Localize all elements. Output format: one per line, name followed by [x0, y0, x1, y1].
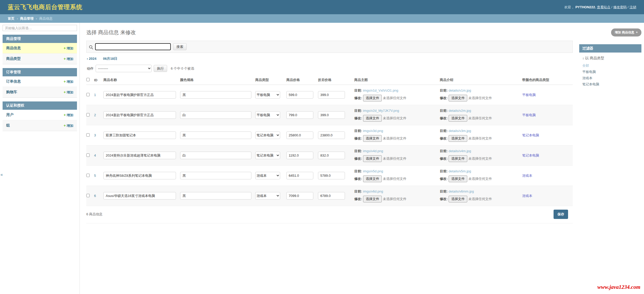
sidebar-add-link[interactable]: +增加: [63, 90, 73, 95]
colored-type-link[interactable]: 平板电脑: [522, 93, 536, 97]
price-input[interactable]: [286, 91, 313, 99]
row-id-link[interactable]: 3: [94, 133, 96, 137]
go-button[interactable]: 执行: [154, 65, 167, 72]
breadcrumb-product-mgmt[interactable]: 商品管理: [20, 17, 34, 20]
choose-file-button[interactable]: 选择文件: [363, 115, 382, 122]
action-select[interactable]: ---------: [96, 65, 152, 72]
discount-price-input[interactable]: [318, 152, 345, 159]
sidebar-collapse-icon[interactable]: «: [1, 172, 3, 177]
choose-file-button[interactable]: 选择文件: [363, 95, 382, 101]
add-product-button[interactable]: 增加 商品信息+: [611, 28, 641, 36]
filter-option[interactable]: 平板电脑: [579, 69, 641, 75]
row-checkbox[interactable]: [86, 174, 90, 177]
choose-file-button[interactable]: 选择文件: [449, 115, 467, 122]
row-id-link[interactable]: 6: [94, 194, 96, 198]
sidebar-add-link[interactable]: +增加: [63, 56, 73, 61]
product-type-select[interactable]: 游戏本: [255, 172, 280, 179]
colored-type-link[interactable]: 平板电脑: [522, 113, 536, 117]
product-type-select[interactable]: 游戏本: [255, 192, 280, 200]
sidebar-add-link[interactable]: +增加: [63, 113, 73, 117]
search-button[interactable]: 搜索: [173, 43, 187, 50]
main-image-link[interactable]: imgs/v5d.png: [363, 169, 383, 173]
product-type-select[interactable]: 笔记本电脑: [255, 131, 280, 139]
detail-image-link[interactable]: details/v4m.jpg: [449, 149, 471, 153]
product-name-input[interactable]: [103, 192, 176, 200]
filter-option[interactable]: 全部: [579, 63, 641, 69]
color-spec-input[interactable]: [180, 192, 251, 200]
choose-file-button[interactable]: 选择文件: [449, 95, 467, 101]
product-name-input[interactable]: [103, 111, 176, 119]
row-checkbox[interactable]: [86, 194, 90, 197]
search-input[interactable]: [95, 43, 171, 50]
color-spec-input[interactable]: [180, 91, 251, 99]
price-input[interactable]: [286, 131, 313, 139]
sidebar-item-label[interactable]: 组: [6, 123, 10, 128]
sidebar-item[interactable]: 购物车 +增加: [3, 87, 77, 98]
main-image-link[interactable]: imgs/v2d_My7JK7V.png: [363, 109, 399, 113]
price-input[interactable]: [286, 192, 313, 200]
product-name-input[interactable]: [103, 172, 176, 179]
main-image-link[interactable]: imgs/v1d_VxtVcO1.png: [363, 89, 398, 92]
select-all-checkbox[interactable]: [86, 78, 90, 81]
discount-price-input[interactable]: [318, 131, 345, 139]
main-image-link[interactable]: imgs/v4d.png: [363, 149, 383, 153]
color-spec-input[interactable]: [180, 111, 251, 119]
price-input[interactable]: [286, 172, 313, 179]
sidebar-add-link[interactable]: +增加: [63, 123, 73, 128]
detail-image-link[interactable]: details/v5m.jpg: [449, 169, 471, 173]
row-checkbox[interactable]: [86, 133, 90, 137]
colored-type-link[interactable]: 游戏本: [522, 194, 532, 198]
date-current-link[interactable]: 06月18日: [103, 57, 117, 61]
choose-file-button[interactable]: 选择文件: [449, 155, 467, 162]
color-spec-input[interactable]: [180, 172, 251, 179]
choose-file-button[interactable]: 选择文件: [363, 155, 382, 162]
main-image-link[interactable]: imgs/v6d.png: [363, 189, 383, 193]
row-checkbox[interactable]: [86, 93, 90, 96]
date-back-link[interactable]: ‹ 2024: [87, 57, 96, 61]
main-image-link[interactable]: imgs/v3d.png: [363, 129, 383, 133]
row-checkbox[interactable]: [86, 153, 90, 157]
discount-price-input[interactable]: [318, 91, 345, 99]
discount-price-input[interactable]: [318, 111, 345, 119]
sidebar-filter-input[interactable]: [3, 25, 77, 31]
sidebar-item-label[interactable]: 商品信息: [6, 46, 21, 50]
colored-type-link[interactable]: 笔记本电脑: [522, 153, 539, 157]
product-name-input[interactable]: [103, 131, 176, 139]
sidebar-item-label[interactable]: 购物车: [6, 90, 17, 94]
price-input[interactable]: [286, 111, 313, 119]
view-site-link[interactable]: 查看站点: [597, 5, 610, 9]
colored-type-link[interactable]: 游戏本: [522, 174, 532, 178]
product-name-input[interactable]: [103, 152, 176, 159]
change-password-link[interactable]: 修改密码: [613, 5, 627, 9]
sidebar-item[interactable]: 组 +增加: [3, 120, 77, 131]
price-input[interactable]: [286, 152, 313, 159]
sidebar-item[interactable]: 订单信息 +增加: [3, 76, 77, 87]
product-type-select[interactable]: 笔记本电脑: [255, 152, 280, 159]
sidebar-item-label[interactable]: 用户: [6, 113, 13, 117]
sidebar-item-label[interactable]: 商品类型: [6, 56, 21, 61]
row-id-link[interactable]: 4: [94, 153, 96, 157]
detail-image-link[interactable]: details/v3m.jpg: [449, 129, 471, 133]
save-button[interactable]: 保存: [554, 210, 568, 219]
sidebar-item[interactable]: 用户 +增加: [3, 110, 77, 120]
product-type-select[interactable]: 平板电脑: [255, 111, 280, 119]
choose-file-button[interactable]: 选择文件: [363, 135, 382, 142]
logout-link[interactable]: 注销: [629, 5, 636, 9]
row-checkbox[interactable]: [86, 113, 90, 116]
discount-price-input[interactable]: [318, 172, 345, 179]
choose-file-button[interactable]: 选择文件: [449, 175, 467, 182]
sidebar-add-link[interactable]: +增加: [63, 46, 73, 51]
detail-image-link[interactable]: details/v6mm.jpg: [449, 189, 474, 193]
product-name-input[interactable]: [103, 91, 176, 99]
choose-file-button[interactable]: 选择文件: [363, 196, 382, 202]
breadcrumb-home[interactable]: 首页: [8, 17, 15, 20]
sidebar-item[interactable]: 商品类型 +增加: [3, 54, 77, 64]
filter-option[interactable]: 游戏本: [579, 75, 641, 81]
col-header-id[interactable]: ID: [94, 75, 103, 85]
choose-file-button[interactable]: 选择文件: [449, 135, 467, 142]
row-id-link[interactable]: 2: [94, 113, 96, 117]
sidebar-item[interactable]: 商品信息 +增加: [3, 43, 77, 54]
discount-price-input[interactable]: [318, 192, 345, 200]
choose-file-button[interactable]: 选择文件: [449, 196, 467, 202]
row-id-link[interactable]: 5: [94, 174, 96, 178]
